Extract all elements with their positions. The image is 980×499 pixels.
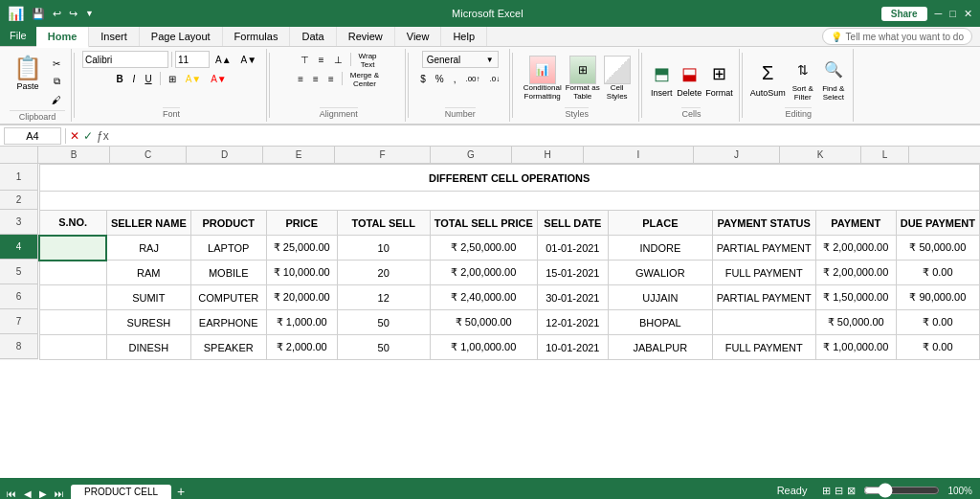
col-header-e[interactable]: E [263, 147, 335, 163]
cell-j6[interactable]: ₹ 1,50,000.00 [815, 285, 896, 310]
add-sheet-button[interactable]: + [171, 484, 190, 499]
col-header-i[interactable]: I [584, 147, 694, 163]
header-due-payment[interactable]: DUE PAYMENT [896, 211, 979, 236]
tab-formulas[interactable]: Formulas [223, 27, 291, 46]
cell-g5[interactable]: 15-01-2021 [537, 261, 608, 285]
cell-b6[interactable]: SUMIT [106, 285, 190, 310]
tab-data[interactable]: Data [290, 27, 336, 46]
cell-i4[interactable]: PARTIAL PAYMENT [712, 236, 815, 261]
cell-k6[interactable]: ₹ 90,000.00 [896, 285, 979, 310]
percent-button[interactable]: % [432, 70, 448, 87]
cell-f5[interactable]: ₹ 2,00,000.00 [430, 261, 537, 285]
cell-reference-box[interactable] [4, 127, 61, 145]
tab-home[interactable]: Home [36, 27, 90, 48]
paste-button[interactable]: 📋 Paste [10, 51, 46, 108]
cell-k7[interactable]: ₹ 0.00 [896, 310, 979, 335]
cell-i7[interactable] [712, 310, 815, 335]
align-middle-button[interactable]: ≡ [315, 51, 328, 68]
header-seller[interactable]: SELLER NAME [106, 211, 190, 236]
confirm-formula-icon[interactable]: ✓ [83, 129, 93, 143]
delete-button[interactable]: ⬓ Delete [677, 59, 702, 98]
cell-g8[interactable]: 10-01-2021 [537, 335, 608, 360]
cell-c5[interactable]: MOBILE [190, 261, 266, 285]
format-as-table-button[interactable]: ⊞ Format asTable [566, 56, 600, 102]
header-total-sell-price[interactable]: TOTAL SELL PRICE [430, 211, 537, 236]
empty-row-2[interactable] [39, 192, 980, 211]
active-sheet-tab[interactable]: PRODUCT CELL [71, 485, 171, 499]
tab-review[interactable]: Review [337, 27, 395, 46]
dropdown-icon[interactable]: ▼ [85, 9, 94, 18]
zoom-slider[interactable] [863, 483, 940, 498]
find-select-button[interactable]: 🔍 Find &Select [820, 56, 847, 102]
cell-h6[interactable]: UJJAIN [608, 285, 712, 310]
col-header-l[interactable]: L [861, 147, 909, 163]
cell-b7[interactable]: SURESH [106, 310, 190, 335]
cell-styles-button[interactable]: CellStyles [604, 56, 631, 102]
save-icon[interactable]: 💾 [32, 8, 45, 20]
decrease-decimal-button[interactable]: .0↓ [486, 70, 504, 87]
cell-i8[interactable]: FULL PAYMENT [712, 335, 815, 360]
align-bottom-button[interactable]: ⊥ [330, 51, 346, 68]
row-num-8[interactable]: 8 [0, 334, 38, 359]
cell-b4[interactable]: RAJ [106, 236, 190, 261]
cell-h5[interactable]: GWALIOR [608, 261, 712, 285]
page-break-icon[interactable]: ⊠ [847, 485, 856, 497]
header-product[interactable]: PRODUCT [190, 211, 266, 236]
cell-e6[interactable]: 12 [337, 285, 430, 310]
tab-view[interactable]: View [395, 27, 442, 46]
row-num-6[interactable]: 6 [0, 284, 38, 309]
cell-c8[interactable]: SPEAKER [190, 335, 266, 360]
cell-c4[interactable]: LAPTOP [190, 236, 266, 261]
close-icon[interactable]: ✕ [964, 8, 972, 20]
cell-a4[interactable] [39, 236, 106, 261]
align-top-button[interactable]: ⊤ [297, 51, 313, 68]
header-sell-date[interactable]: SELL DATE [537, 211, 608, 236]
cell-a7[interactable] [39, 310, 106, 335]
format-painter-button[interactable]: 🖌 [48, 91, 65, 108]
cell-a6[interactable] [39, 285, 106, 310]
cell-h8[interactable]: JABALPUR [608, 335, 712, 360]
number-format-selector[interactable]: General ▼ [422, 51, 499, 68]
font-size-input[interactable] [175, 51, 210, 68]
redo-icon[interactable]: ↪ [69, 8, 78, 20]
sheet-nav-next[interactable]: ▶ [36, 488, 50, 499]
col-header-h[interactable]: H [512, 147, 584, 163]
cell-a5[interactable] [39, 261, 106, 285]
font-color-button[interactable]: A▼ [207, 70, 231, 87]
cell-c7[interactable]: EARPHONE [190, 310, 266, 335]
col-header-j[interactable]: J [694, 147, 780, 163]
title-cell[interactable]: DIFFERENT CELL OPERATIONS [39, 165, 980, 192]
cell-b5[interactable]: RAM [106, 261, 190, 285]
col-header-k[interactable]: K [780, 147, 861, 163]
cancel-formula-icon[interactable]: ✕ [70, 129, 79, 143]
cell-i6[interactable]: PARTIAL PAYMENT [712, 285, 815, 310]
insert-button[interactable]: ⬒ Insert [650, 59, 673, 98]
cell-j5[interactable]: ₹ 2,00,000.00 [815, 261, 896, 285]
cell-a8[interactable] [39, 335, 106, 360]
cell-i5[interactable]: FULL PAYMENT [712, 261, 815, 285]
sort-filter-button[interactable]: ⇅ Sort &Filter [790, 56, 816, 102]
header-sno[interactable]: S.NO. [39, 211, 106, 236]
decrease-font-button[interactable]: A▼ [237, 51, 261, 68]
wrap-text-button[interactable]: WrapText [355, 51, 381, 68]
cell-e8[interactable]: 50 [337, 335, 430, 360]
cell-e7[interactable]: 50 [337, 310, 430, 335]
header-price[interactable]: PRICE [266, 211, 337, 236]
align-left-button[interactable]: ≡ [294, 70, 307, 87]
tab-page-layout[interactable]: Page Layout [140, 27, 223, 46]
share-button[interactable]: Share [881, 7, 927, 21]
cell-c6[interactable]: COMPUTER [190, 285, 266, 310]
align-right-button[interactable]: ≡ [324, 70, 338, 87]
cell-b8[interactable]: DINESH [106, 335, 190, 360]
cell-g6[interactable]: 30-01-2021 [537, 285, 608, 310]
file-menu[interactable]: File [0, 27, 36, 46]
cell-g4[interactable]: 01-01-2021 [537, 236, 608, 261]
cell-d5[interactable]: ₹ 10,000.00 [266, 261, 337, 285]
cell-h4[interactable]: INDORE [608, 236, 712, 261]
insert-function-icon[interactable]: ƒx [97, 129, 109, 143]
cut-button[interactable]: ✂ [48, 55, 65, 72]
row-num-4[interactable]: 4 [0, 235, 38, 260]
restore-icon[interactable]: □ [949, 8, 956, 19]
comma-button[interactable]: , [450, 70, 460, 87]
header-total-sell[interactable]: TOTAL SELL [337, 211, 430, 236]
